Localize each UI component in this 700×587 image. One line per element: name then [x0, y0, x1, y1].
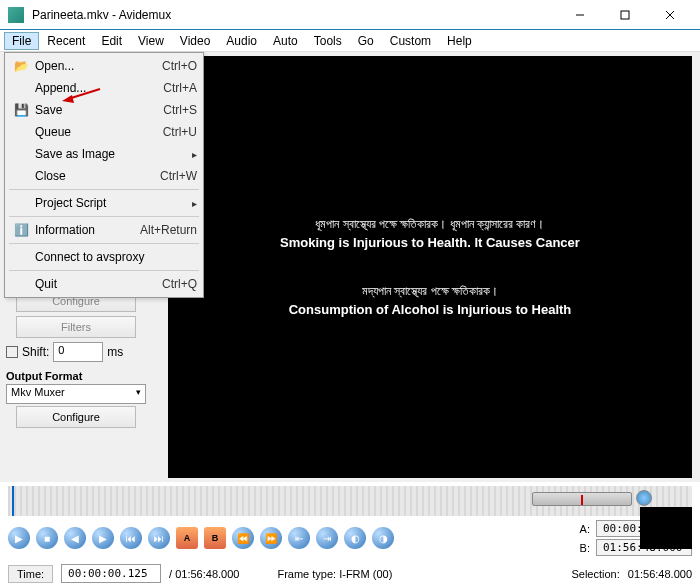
prev-frame-button[interactable]: ◀ — [64, 527, 86, 549]
menubar: File Recent Edit View Video Audio Auto T… — [0, 30, 700, 52]
next-frame-button[interactable]: ▶ — [92, 527, 114, 549]
filters-button[interactable]: Filters — [16, 316, 136, 338]
timeline-scrubber[interactable] — [8, 486, 692, 516]
selection-time: 01:56:48.000 — [628, 568, 692, 580]
bottom-panel: ▶ ■ ◀ ▶ ⏮ ⏭ A B ⏪ ⏩ ⇤ ⇥ ◐ ◑ A: 00:00:00.… — [0, 482, 700, 560]
menuitem-append[interactable]: Append... Ctrl+A — [7, 77, 201, 99]
menuitem-information[interactable]: ℹ️ Information Alt+Return — [7, 219, 201, 241]
menu-separator — [9, 243, 199, 244]
menuitem-close[interactable]: Close Ctrl+W — [7, 165, 201, 187]
subtitle-line: Smoking is Injurious to Health. It Cause… — [280, 235, 580, 250]
frame-type: Frame type: I-FRM (00) — [277, 568, 392, 580]
menu-separator — [9, 270, 199, 271]
titlebar: Parineeta.mkv - Avidemux — [0, 0, 700, 30]
window-title: Parineeta.mkv - Avidemux — [32, 8, 557, 22]
open-icon: 📂 — [11, 58, 31, 74]
shift-input[interactable]: 0 — [53, 342, 103, 362]
app-icon — [8, 7, 24, 23]
menu-recent[interactable]: Recent — [39, 32, 93, 50]
save-icon: 💾 — [11, 102, 31, 118]
menu-go[interactable]: Go — [350, 32, 382, 50]
timeline-playhead[interactable] — [12, 486, 14, 516]
timeline-end-marker[interactable] — [636, 490, 652, 506]
menu-separator — [9, 189, 199, 190]
shift-checkbox[interactable] — [6, 346, 18, 358]
maximize-button[interactable] — [602, 1, 647, 29]
menu-audio[interactable]: Audio — [218, 32, 265, 50]
subtitle-line: Consumption of Alcohol is Injurious to H… — [289, 302, 572, 317]
menu-help[interactable]: Help — [439, 32, 480, 50]
menuitem-project-script[interactable]: Project Script ▸ — [7, 192, 201, 214]
subtitle-line: মদ্যপান স্বাস্থ্যের পক্ষে ক্ষতিকারক। — [362, 284, 498, 298]
next-black-button[interactable]: ◑ — [372, 527, 394, 549]
shift-unit: ms — [107, 345, 123, 359]
submenu-arrow-icon: ▸ — [192, 198, 197, 209]
prev-black-button[interactable]: ◐ — [344, 527, 366, 549]
current-time-field[interactable]: 00:00:00.125 — [61, 564, 161, 583]
menu-video[interactable]: Video — [172, 32, 218, 50]
stop-button[interactable]: ■ — [36, 527, 58, 549]
next-keyframe-button[interactable]: ⏭ — [148, 527, 170, 549]
submenu-arrow-icon: ▸ — [192, 149, 197, 160]
goto-end-button[interactable]: ⏩ — [260, 527, 282, 549]
menu-file[interactable]: File — [4, 32, 39, 50]
total-time: / 01:56:48.000 — [169, 568, 239, 580]
timeline-nav-wheel[interactable] — [532, 492, 632, 506]
selection-label: Selection: — [571, 568, 619, 580]
configure-muxer-button[interactable]: Configure — [16, 406, 136, 428]
close-button[interactable] — [647, 1, 692, 29]
svg-rect-1 — [621, 11, 629, 19]
set-marker-b-button[interactable]: B — [204, 527, 226, 549]
menuitem-avsproxy[interactable]: Connect to avsproxy — [7, 246, 201, 268]
minimize-button[interactable] — [557, 1, 602, 29]
goto-start-button[interactable]: ⏪ — [232, 527, 254, 549]
menuitem-quit[interactable]: Quit Ctrl+Q — [7, 273, 201, 295]
menu-separator — [9, 216, 199, 217]
subtitle-line: ধূমপান স্বাস্থ্যের পক্ষে ক্ষতিকারক। ধূমপ… — [315, 217, 544, 231]
menu-tools[interactable]: Tools — [306, 32, 350, 50]
prev-keyframe-button[interactable]: ⏮ — [120, 527, 142, 549]
menu-auto[interactable]: Auto — [265, 32, 306, 50]
thumbnail-preview — [640, 507, 692, 549]
menu-edit[interactable]: Edit — [93, 32, 130, 50]
info-icon: ℹ️ — [11, 222, 31, 238]
video-preview: ধূমপান স্বাস্থ্যের পক্ষে ক্ষতিকারক। ধূমপ… — [168, 56, 692, 478]
menu-custom[interactable]: Custom — [382, 32, 439, 50]
menuitem-save[interactable]: 💾 Save Ctrl+S — [7, 99, 201, 121]
a-label: A: — [580, 523, 590, 535]
goto-marker-b-button[interactable]: ⇥ — [316, 527, 338, 549]
file-dropdown: 📂 Open... Ctrl+O Append... Ctrl+A 💾 Save… — [4, 52, 204, 298]
muxer-select[interactable]: Mkv Muxer — [6, 384, 146, 404]
status-row: Time: 00:00:00.125 / 01:56:48.000 Frame … — [0, 560, 700, 587]
b-label: B: — [580, 542, 590, 554]
menuitem-open[interactable]: 📂 Open... Ctrl+O — [7, 55, 201, 77]
menuitem-save-image[interactable]: Save as Image ▸ — [7, 143, 201, 165]
shift-label: Shift: — [22, 345, 49, 359]
play-button[interactable]: ▶ — [8, 527, 30, 549]
menuitem-queue[interactable]: Queue Ctrl+U — [7, 121, 201, 143]
output-format-label: Output Format — [6, 370, 162, 382]
goto-marker-a-button[interactable]: ⇤ — [288, 527, 310, 549]
time-label: Time: — [8, 565, 53, 583]
menu-view[interactable]: View — [130, 32, 172, 50]
set-marker-a-button[interactable]: A — [176, 527, 198, 549]
